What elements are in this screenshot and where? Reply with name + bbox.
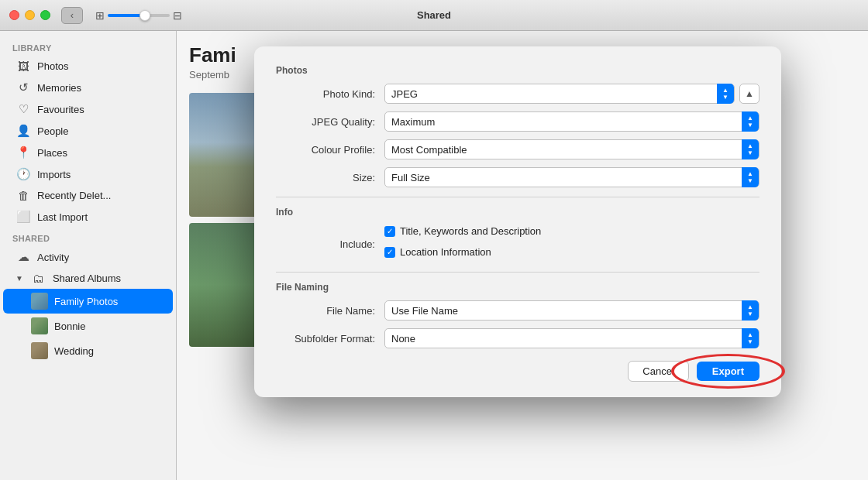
location-checkbox[interactable]: ✓ bbox=[384, 247, 395, 258]
view-slider[interactable]: ⊞ ⊟ bbox=[95, 9, 182, 22]
include-row: Include: ✓ Title, Keywords and Descripti… bbox=[276, 225, 760, 262]
sidebar-item-favourites[interactable]: ♡ Favourites bbox=[3, 98, 173, 120]
slider-thumb[interactable] bbox=[140, 10, 150, 21]
dialog-buttons: Cancel Export bbox=[276, 361, 760, 382]
jpeg-quality-label: JPEG Quality: bbox=[276, 116, 384, 128]
arrow-up: ▲ bbox=[747, 143, 753, 149]
maximize-button[interactable] bbox=[40, 10, 50, 20]
family-photos-thumbnail bbox=[31, 293, 48, 310]
photo-kind-arrows[interactable]: ▲ ▼ bbox=[717, 84, 734, 104]
shared-section-label: Shared bbox=[0, 228, 176, 246]
places-icon: 📍 bbox=[16, 146, 31, 159]
subfolder-format-row: Subfolder Format: None ▲ ▼ bbox=[276, 328, 760, 348]
close-button[interactable] bbox=[9, 10, 19, 20]
cancel-button[interactable]: Cancel bbox=[628, 361, 688, 382]
grid-small-icon: ⊞ bbox=[95, 9, 105, 22]
arrow-up: ▲ bbox=[722, 87, 728, 94]
photo-kind-control: JPEG ▲ ▼ ▲ bbox=[384, 84, 760, 104]
imports-icon: 🕐 bbox=[16, 167, 31, 181]
subfolder-format-arrows[interactable]: ▲ ▼ bbox=[742, 328, 759, 348]
sidebar-item-family-photos-label: Family Photos bbox=[54, 296, 118, 307]
colour-profile-row: Colour Profile: Most Compatible ▲ ▼ bbox=[276, 139, 760, 159]
shared-albums-icon: 🗂 bbox=[31, 272, 46, 285]
title-keywords-label: Title, Keywords and Description bbox=[400, 225, 541, 237]
info-section-label: Info bbox=[276, 207, 760, 218]
export-button[interactable]: Export bbox=[697, 362, 760, 381]
sidebar-item-people[interactable]: 👤 People bbox=[3, 120, 173, 142]
arrow-up: ▲ bbox=[747, 171, 753, 177]
photo-kind-row: Photo Kind: JPEG ▲ ▼ ▲ bbox=[276, 84, 760, 104]
arrow-down: ▼ bbox=[747, 311, 753, 317]
jpeg-quality-value: Maximum bbox=[391, 116, 435, 128]
size-select[interactable]: Full Size ▲ ▼ bbox=[384, 167, 760, 187]
sidebar-item-recently-deleted[interactable]: 🗑 Recently Delet... bbox=[3, 185, 173, 206]
file-name-select[interactable]: Use File Name ▲ ▼ bbox=[384, 300, 760, 321]
sidebar-item-places[interactable]: 📍 Places bbox=[3, 142, 173, 163]
size-label: Size: bbox=[276, 172, 384, 183]
sidebar-item-activity[interactable]: ☁ Activity bbox=[3, 246, 173, 268]
include-label: Include: bbox=[276, 238, 384, 250]
sidebar-item-bonnie-label: Bonnie bbox=[54, 321, 85, 332]
photos-icon: 🖼 bbox=[16, 60, 31, 73]
subfolder-format-value: None bbox=[391, 333, 415, 345]
divider-1 bbox=[276, 197, 760, 197]
size-arrows[interactable]: ▲ ▼ bbox=[742, 167, 759, 187]
arrow-up: ▲ bbox=[747, 304, 753, 310]
sidebar-item-wedding[interactable]: Wedding bbox=[3, 338, 173, 363]
sidebar-item-memories-label: Memories bbox=[37, 82, 81, 94]
slider-track[interactable] bbox=[108, 14, 170, 17]
sidebar-item-last-import[interactable]: ⬜ Last Import bbox=[3, 206, 173, 228]
divider-2 bbox=[276, 272, 760, 273]
memories-icon: ↺ bbox=[16, 81, 31, 94]
size-value: Full Size bbox=[391, 172, 430, 183]
title-keywords-row: ✓ Title, Keywords and Description bbox=[384, 225, 541, 237]
wedding-thumbnail bbox=[31, 342, 48, 359]
photo-kind-value: JPEG bbox=[391, 88, 418, 100]
export-dialog: Photos Photo Kind: JPEG ▲ ▼ ▲ J bbox=[254, 46, 781, 397]
collapse-button[interactable]: ▲ bbox=[739, 84, 760, 104]
sidebar-item-places-label: Places bbox=[37, 147, 67, 159]
colour-profile-label: Colour Profile: bbox=[276, 144, 384, 156]
jpeg-quality-arrows[interactable]: ▲ ▼ bbox=[742, 111, 759, 132]
sidebar-item-imports[interactable]: 🕐 Imports bbox=[3, 163, 173, 185]
bonnie-thumbnail bbox=[31, 317, 48, 334]
activity-icon: ☁ bbox=[16, 250, 31, 264]
subfolder-format-select[interactable]: None ▲ ▼ bbox=[384, 328, 760, 348]
back-button[interactable]: ‹ bbox=[61, 7, 83, 24]
main-layout: Library 🖼 Photos ↺ Memories ♡ Favourites… bbox=[0, 31, 868, 480]
sidebar-item-photos[interactable]: 🖼 Photos bbox=[3, 56, 173, 77]
photo-kind-select[interactable]: JPEG ▲ ▼ bbox=[384, 84, 735, 104]
sidebar-item-family-photos[interactable]: Family Photos bbox=[3, 289, 173, 314]
photos-section-label: Photos bbox=[276, 65, 760, 76]
file-name-arrows[interactable]: ▲ ▼ bbox=[742, 300, 759, 321]
colour-profile-value: Most Compatible bbox=[391, 144, 467, 156]
sidebar-item-favourites-label: Favourites bbox=[37, 104, 84, 115]
size-row: Size: Full Size ▲ ▼ bbox=[276, 167, 760, 187]
colour-profile-select[interactable]: Most Compatible ▲ ▼ bbox=[384, 139, 760, 159]
sidebar-item-imports-label: Imports bbox=[37, 169, 71, 180]
file-name-value: Use File Name bbox=[391, 305, 458, 317]
photo-kind-label: Photo Kind: bbox=[276, 88, 384, 100]
arrow-down: ▼ bbox=[722, 94, 728, 101]
arrow-down: ▼ bbox=[747, 178, 753, 184]
arrow-down: ▼ bbox=[747, 150, 753, 156]
people-icon: 👤 bbox=[16, 124, 31, 138]
jpeg-quality-select[interactable]: Maximum ▲ ▼ bbox=[384, 111, 760, 132]
file-naming-section-label: File Naming bbox=[276, 282, 760, 293]
colour-profile-arrows[interactable]: ▲ ▼ bbox=[742, 139, 759, 159]
title-keywords-checkbox[interactable]: ✓ bbox=[384, 226, 395, 237]
sidebar-item-memories[interactable]: ↺ Memories bbox=[3, 77, 173, 98]
export-highlight: Export bbox=[697, 362, 760, 381]
location-row: ✓ Location Information bbox=[384, 246, 541, 258]
grid-large-icon: ⊟ bbox=[173, 9, 182, 22]
triangle-icon: ▼ bbox=[16, 274, 23, 283]
sidebar-item-wedding-label: Wedding bbox=[54, 345, 94, 357]
arrow-up: ▲ bbox=[747, 115, 753, 122]
arrow-down: ▼ bbox=[747, 122, 753, 129]
size-control: Full Size ▲ ▼ bbox=[384, 167, 760, 187]
sidebar-item-shared-albums[interactable]: ▼ 🗂 Shared Albums bbox=[3, 268, 173, 289]
jpeg-quality-row: JPEG Quality: Maximum ▲ ▼ bbox=[276, 111, 760, 132]
sidebar-item-activity-label: Activity bbox=[37, 252, 69, 263]
sidebar-item-bonnie[interactable]: Bonnie bbox=[3, 314, 173, 338]
minimize-button[interactable] bbox=[25, 10, 35, 20]
